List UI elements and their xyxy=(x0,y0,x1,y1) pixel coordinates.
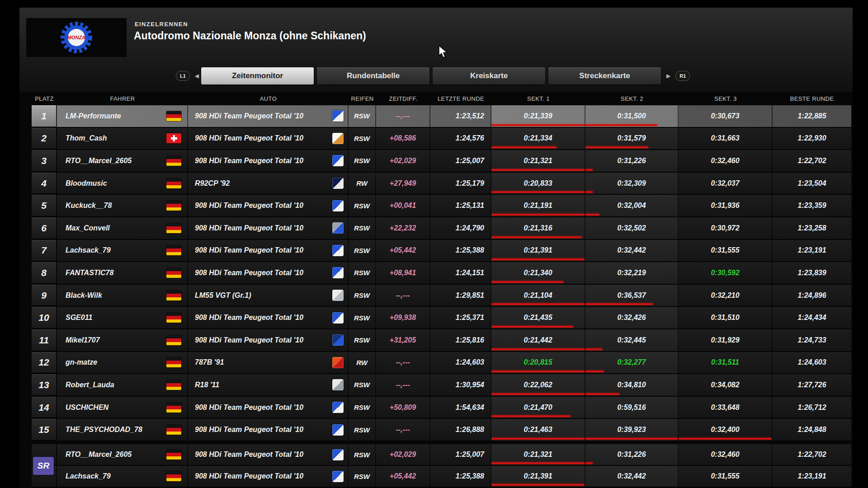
livery-swatch xyxy=(332,178,344,189)
tab-rundentabelle[interactable]: Rundentabelle xyxy=(317,67,429,84)
sector1-time: 0:20,833 xyxy=(524,179,552,188)
car-cell: 908 HDi Team Peugeot Total '10 xyxy=(188,240,349,262)
table-row[interactable]: 8FANTASTIC78908 HDi Team Peugeot Total '… xyxy=(32,262,851,285)
car-name: R18 '11 xyxy=(195,381,219,389)
flag-de-icon xyxy=(166,245,181,255)
driver-cell: Kuckuck__78 xyxy=(57,195,188,216)
sector3-cell: 0:32,210 xyxy=(679,285,773,306)
sector3-cell: 0:32,400 xyxy=(679,419,773,441)
flag-de-icon xyxy=(166,268,181,278)
sr-table-row[interactable]: RTO__Marcel_2605908 HDi Team Peugeot Tot… xyxy=(32,444,851,466)
sector2-time: 0:32,442 xyxy=(617,246,646,254)
sector1-time: 0:21,321 xyxy=(524,450,552,459)
sector3-time: 0:33,648 xyxy=(711,404,739,412)
car-name: 908 HDi Team Peugeot Total '10 xyxy=(195,404,303,412)
tyre-cell: RSW xyxy=(349,150,376,172)
table-row[interactable]: 14USCHICHEN908 HDi Team Peugeot Total '1… xyxy=(32,397,851,419)
sector1-cell: 0:21,339 xyxy=(491,105,585,127)
sr-badge: SR xyxy=(33,457,54,475)
position-cell: 12 xyxy=(32,352,57,374)
flag-de-icon xyxy=(166,450,181,460)
sector-progress-bar xyxy=(491,326,573,328)
position-cell: 15 xyxy=(32,419,57,441)
sector3-time: 0:30,592 xyxy=(711,269,739,277)
position-cell: 7 xyxy=(32,240,57,262)
gap-cell: +02,029 xyxy=(376,444,430,465)
table-row[interactable]: 7Lachsack_79908 HDi Team Peugeot Total '… xyxy=(32,240,851,263)
car-name: 908 HDi Team Peugeot Total '10 xyxy=(195,426,303,434)
tyre-cell: RSW xyxy=(349,285,376,306)
driver-cell: RTO__Marcel_2605 xyxy=(57,444,188,465)
last-lap-cell: 1:25,007 xyxy=(430,150,491,172)
car-cell: R18 '11 xyxy=(188,374,349,396)
table-row[interactable]: 12gn-matze787B '91RW--,---1:24,6030:20,8… xyxy=(32,352,851,375)
sector-progress-bar xyxy=(585,124,657,126)
sector2-time: 0:32,219 xyxy=(617,269,646,277)
sector1-cell: 0:20,833 xyxy=(491,173,585,194)
table-row[interactable]: 1LM-Performante908 HDi Team Peugeot Tota… xyxy=(32,105,851,128)
gap-cell: +22,232 xyxy=(376,217,430,239)
sector1-time: 0:21,339 xyxy=(524,112,552,120)
sector-progress-bar xyxy=(491,258,585,260)
best-lap-cell: 1:24,733 xyxy=(773,329,851,351)
car-cell: LM55 VGT (Gr.1) xyxy=(188,285,349,306)
driver-cell: SGE011 xyxy=(57,307,188,328)
sr-table-row[interactable]: Lachsack_79908 HDi Team Peugeot Total '1… xyxy=(32,466,851,488)
best-lap-cell: 1:24,848 xyxy=(773,419,851,441)
gap-cell: +31,205 xyxy=(376,329,430,351)
sector3-cell: 0:31,936 xyxy=(679,195,773,216)
flag-de-icon xyxy=(166,201,181,211)
column-header-zeitdiff: ZEITDIFF. xyxy=(376,95,430,102)
table-row[interactable]: 2Thom_Cash908 HDi Team Peugeot Total '10… xyxy=(32,128,851,150)
position-number: 8 xyxy=(32,262,56,284)
livery-swatch xyxy=(332,110,344,122)
position-cell: 8 xyxy=(32,262,57,284)
table-row[interactable]: 10SGE011908 HDi Team Peugeot Total '10RS… xyxy=(32,307,851,329)
driver-cell: THE_PSYCHODAD_78 xyxy=(57,419,188,441)
flag-de-icon xyxy=(166,111,181,121)
tyre-cell: RSW xyxy=(349,307,376,328)
sector3-time: 0:31,555 xyxy=(711,246,739,254)
sector2-cell: 0:32,277 xyxy=(585,352,679,374)
sector1-cell: 0:21,191 xyxy=(491,195,585,216)
table-row[interactable]: 5Kuckuck__78908 HDi Team Peugeot Total '… xyxy=(32,195,851,217)
sector3-time: 0:32,460 xyxy=(711,157,739,165)
table-row[interactable]: 3RTO__Marcel_2605908 HDi Team Peugeot To… xyxy=(32,150,851,173)
livery-swatch xyxy=(332,290,344,301)
car-name: LM55 VGT (Gr.1) xyxy=(195,291,251,300)
livery-swatch xyxy=(332,222,344,234)
flag-de-icon xyxy=(166,357,181,367)
flag-de-icon xyxy=(166,156,181,166)
flag-de-icon xyxy=(166,178,181,188)
flag-de-icon xyxy=(166,403,181,413)
livery-swatch xyxy=(332,334,344,346)
sector1-cell: 0:21,321 xyxy=(491,150,585,172)
position-number: 7 xyxy=(32,240,56,262)
gap-cell: --,--- xyxy=(376,105,430,127)
tab-kreiskarte[interactable]: Kreiskarte xyxy=(433,67,545,84)
driver-cell: RTO__Marcel_2605 xyxy=(57,150,188,172)
last-lap-cell: 1:25,388 xyxy=(430,240,491,262)
livery-swatch xyxy=(332,312,344,324)
table-row[interactable]: 11Mikel1707908 HDi Team Peugeot Total '1… xyxy=(32,329,851,352)
sector3-cell: 0:31,929 xyxy=(679,329,773,351)
table-row[interactable]: 4BloodmusicR92CP '92RW+27,9491:25,1790:2… xyxy=(32,173,851,195)
best-lap-cell: 1:22,885 xyxy=(773,105,851,127)
table-row[interactable]: 13Robert_LaudaR18 '11RSW--,---1:30,9540:… xyxy=(32,374,851,397)
table-row[interactable]: 9Black-WilkLM55 VGT (Gr.1)RSW--,---1:29,… xyxy=(32,285,851,307)
sector3-time: 0:32,400 xyxy=(711,426,739,434)
sector2-cell: 0:32,219 xyxy=(585,262,679,284)
last-lap-cell: 1:25,816 xyxy=(430,329,491,351)
sector3-cell: 0:31,555 xyxy=(679,240,773,262)
r1-button[interactable]: R1 xyxy=(675,71,690,81)
table-row[interactable]: 6Max_Convell908 HDi Team Peugeot Total '… xyxy=(32,217,851,240)
sector1-time: 0:21,340 xyxy=(524,269,552,277)
tab-streckenkarte[interactable]: Streckenkarte xyxy=(548,67,661,84)
table-row[interactable]: 15THE_PSYCHODAD_78908 HDi Team Peugeot T… xyxy=(32,419,851,441)
sector-progress-bar xyxy=(491,169,585,171)
sector1-cell: 0:21,334 xyxy=(491,128,585,150)
sector1-time: 0:22,062 xyxy=(524,381,552,389)
tab-zeitenmonitor[interactable]: Zeitenmonitor xyxy=(201,67,314,84)
tab-prev-arrow-icon: ◀ xyxy=(195,73,199,79)
l1-button[interactable]: L1 xyxy=(176,71,190,81)
